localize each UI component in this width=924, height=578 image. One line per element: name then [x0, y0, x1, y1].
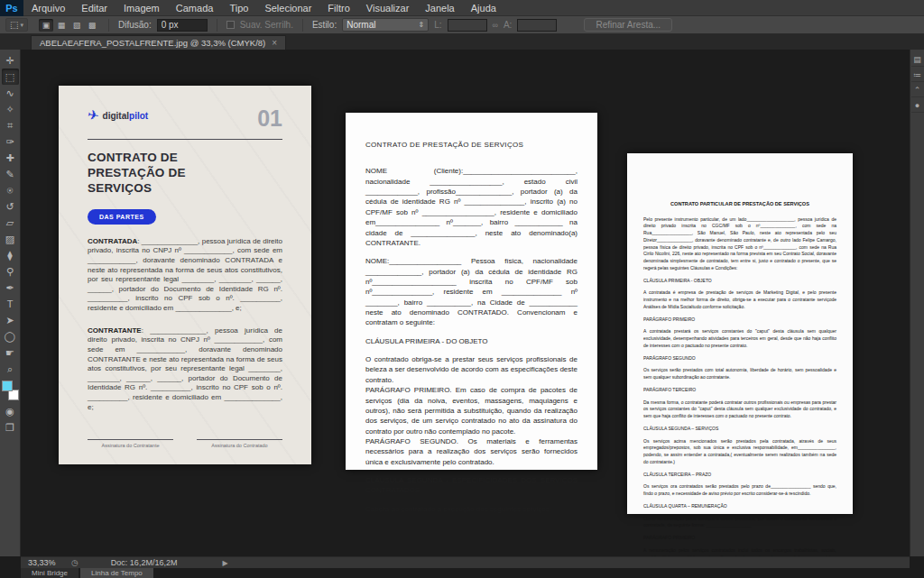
doc2-text-block: NOME (Cliente):_________________________… [365, 166, 578, 248]
menu-item[interactable]: Camada [168, 0, 222, 16]
history-brush-tool[interactable]: ↺ [2, 198, 19, 215]
zoom-level-field[interactable]: 33,33% [28, 558, 62, 567]
doc2-text-block: NOME:__________________ Pessoa física, n… [365, 256, 578, 328]
collapsed-panel-icon-4[interactable]: ● [911, 99, 924, 113]
collapsed-panel-icon-2[interactable]: ≔ [911, 69, 924, 82]
doc1-signature-contratado: Assinatura do Contratado [197, 439, 282, 448]
eraser-tool[interactable]: ▱ [2, 215, 19, 231]
rectangular-marquee-tool[interactable]: ⬚ [2, 69, 19, 85]
doc3-text-block: Os serviços acima mencionados serão pres… [643, 438, 836, 466]
link-width-height-icon[interactable]: ∞ [493, 21, 498, 30]
doc1-paragraph-contratada: CONTRATADA: ______________, pessoa juríd… [88, 237, 282, 314]
bottom-panel-tab[interactable]: Linha de Tempo [80, 568, 153, 578]
doc2-text-block: CLÁUSULA PRIMEIRA - DO OBJETO [365, 336, 578, 346]
blur-tool[interactable]: ⧫ [2, 247, 19, 263]
doc3-text-block: A contratada é empresa de prestação de s… [643, 289, 836, 310]
new-selection-icon[interactable]: ▣ [39, 19, 53, 32]
eyedropper-tool[interactable]: ✑ [2, 133, 19, 150]
document-2-plain-contract: CONTRATO DE PRESTAÇÃO DE SERVIÇOSNOME (C… [346, 113, 597, 470]
chevron-down-icon: ▾ [20, 22, 23, 29]
intersect-selection-icon[interactable]: ▩ [85, 19, 99, 32]
feather-input[interactable] [157, 19, 208, 32]
doc2-text-block: O contratado obriga-se a prestar seus se… [365, 354, 578, 385]
style-label: Estilo: [312, 20, 337, 30]
style-dropdown[interactable]: Normal ⇕ [342, 18, 429, 32]
brush-tool[interactable]: ✎ [2, 166, 19, 182]
menu-item[interactable]: Visualizar [358, 0, 418, 16]
menu-item[interactable]: Ajuda [463, 0, 504, 16]
doc3-text-block: CLÁUSULA SEGUNDA – SERVIÇOS [643, 426, 836, 433]
divider [217, 19, 217, 32]
status-flyout-arrow-icon[interactable]: ▶ [222, 559, 227, 567]
doc2-text-block: PARÁGRAFO PRIMEIRO. Em caso de compra de… [365, 385, 578, 436]
doc1-page-number: 01 [257, 107, 282, 130]
crop-tool[interactable]: ⌗ [2, 117, 19, 133]
collapsed-panel-icon-1[interactable]: ▤ [911, 53, 924, 67]
menu-item[interactable]: Janela [417, 0, 462, 16]
doc1-signature-contratante: Assinatura do Contratante [88, 439, 173, 448]
move-tool[interactable]: ✛ [2, 52, 19, 69]
pen-tool[interactable]: ✒ [2, 280, 19, 296]
collapsed-panel-icon-3[interactable]: ⌃ [911, 84, 924, 97]
menu-item[interactable]: Selecionar [256, 0, 319, 16]
updown-caret-icon: ⇕ [418, 21, 424, 29]
bottom-panel-tab[interactable]: Mini Bridge [21, 568, 79, 578]
doc1-brand-text: digitalpilot [103, 111, 149, 121]
doc1-das-partes-badge: DAS PARTES [88, 209, 156, 225]
close-icon[interactable]: × [272, 38, 277, 48]
color-swatches [2, 381, 19, 400]
width-input[interactable] [448, 19, 487, 32]
menu-item[interactable]: Arquivo [23, 0, 73, 16]
doc2-text-block: Caberá ao contratado a execução dos segu… [365, 504, 578, 514]
doc1-title: CONTRATO DE PRESTAÇÃO DE SERVIÇOS [88, 151, 250, 197]
dodge-tool[interactable]: ⚲ [2, 263, 19, 280]
style-value: Normal [346, 20, 375, 30]
doc2-text-block [365, 328, 578, 336]
doc3-text-block: A remuneração pelos serviços contratados… [643, 547, 836, 556]
screen-mode-button[interactable]: ❐ [2, 419, 19, 436]
lasso-tool[interactable]: ∿ [2, 85, 19, 101]
marquee-tool-icon: ⬚ [10, 20, 18, 30]
add-to-selection-icon[interactable]: ▦ [54, 19, 69, 32]
menu-item[interactable]: Filtro [319, 0, 357, 16]
type-tool[interactable]: T [2, 296, 19, 312]
subtract-from-selection-icon[interactable]: ▧ [69, 19, 84, 32]
doc3-text-block: PARÁGRAFO PRIMEIRO [643, 317, 836, 324]
photoshop-logo: Ps [0, 0, 23, 16]
doc3-text-block: Pelo presente instrumento particular, de… [643, 216, 836, 272]
quick-mask-button[interactable]: ◉ [2, 403, 19, 419]
doc1-signature-row: Assinatura do Contratante Assinatura do … [88, 439, 282, 448]
height-input[interactable] [517, 19, 557, 32]
menu-item[interactable]: Imagem [116, 0, 168, 16]
doc2-text-block [365, 158, 578, 166]
doc1-paragraph-contratante: CONTRATANTE: ______________, pessoa jurí… [88, 326, 282, 413]
airplane-icon: ✈ [87, 106, 101, 124]
ellipse-tool[interactable]: ◯ [2, 328, 19, 344]
refine-edge-button[interactable]: Refinar Aresta... [584, 18, 672, 32]
doc1-header: ✈ digitalpilot 01 [88, 107, 282, 130]
gradient-tool[interactable]: ▨ [2, 231, 19, 247]
antialias-checkbox[interactable] [226, 21, 235, 29]
healing-brush-tool[interactable]: ✚ [2, 150, 19, 166]
document-tab[interactable]: ABELAEAFERA_POSTALFRENTE.jpg @ 33,3% (CM… [31, 35, 286, 50]
menu-item[interactable]: Editar [73, 0, 116, 16]
clone-stamp-tool[interactable]: ⍟ [2, 182, 19, 198]
zoom-tool[interactable]: ⌕ [2, 361, 19, 377]
doc3-text-block: CONTRATO PARTICULAR DE PRESTAÇÃO DE SERV… [643, 200, 836, 208]
canvas[interactable]: ✈ digitalpilot 01 CONTRATO DE PRESTAÇÃO … [21, 50, 910, 556]
hand-tool[interactable]: ☛ [2, 344, 19, 361]
tool-preset-picker[interactable]: ⬚ ▾ [5, 18, 28, 32]
main-area: ✛⬚∿✧⌗✑✚✎⍟↺▱▨⧫⚲✒T➤◯☛⌕ ◉ ❐ ✈ digitalpilot … [0, 50, 924, 556]
doc2-text-block: CLÁUSULA SEGUNDA - ESPECIFICIDADES DOS S… [365, 475, 578, 496]
divider [108, 19, 109, 32]
doc2-text-block [365, 496, 578, 504]
right-panel-dock: ▤≔⌃● [910, 50, 924, 556]
doc3-text-block: PARÁGRAFO PRIMEIRO [643, 535, 836, 542]
menu-item[interactable]: Tipo [221, 0, 256, 16]
path-selection-tool[interactable]: ➤ [2, 312, 19, 328]
document-size-info: Doc: 16,2M/16,2M [111, 558, 178, 567]
foreground-color-swatch[interactable] [2, 381, 13, 391]
quick-selection-tool[interactable]: ✧ [2, 101, 19, 117]
tool-list: ✛⬚∿✧⌗✑✚✎⍟↺▱▨⧫⚲✒T➤◯☛⌕ [2, 52, 19, 377]
doc3-text-block: A contratada prestará os serviços consta… [643, 328, 836, 349]
